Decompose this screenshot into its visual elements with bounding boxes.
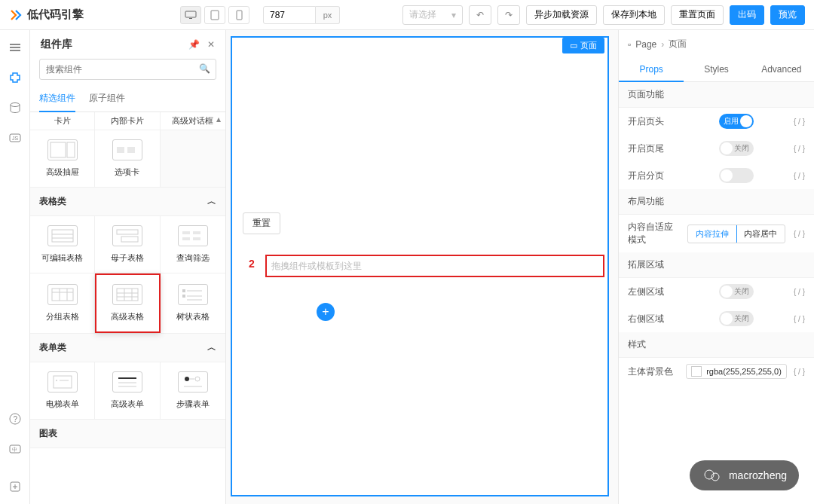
svg-rect-42 xyxy=(54,376,72,388)
switch-header[interactable]: 启用 xyxy=(719,114,754,129)
export-code-button[interactable]: 出码 xyxy=(730,5,764,25)
cfg-link[interactable]: { / } xyxy=(794,172,805,180)
section-page: 页面功能 xyxy=(619,82,814,108)
comp-tree-table[interactable]: 树状表格 xyxy=(161,273,225,333)
bg-color-input[interactable]: rgba(255,255,255,0) xyxy=(686,364,787,379)
svg-rect-23 xyxy=(121,237,138,242)
wechat-icon xyxy=(702,468,723,483)
prop-header-label: 开启页头 xyxy=(628,115,679,128)
cfg-link[interactable]: { / } xyxy=(794,145,805,153)
switch-pagination[interactable] xyxy=(719,168,754,183)
viewport-switch xyxy=(180,6,249,24)
tab-styles[interactable]: Styles xyxy=(684,58,748,81)
save-local-button[interactable]: 保存到本地 xyxy=(603,5,665,25)
prop-bg-label: 主体背景色 xyxy=(628,365,679,378)
comp-editable-table[interactable]: 可编辑表格 xyxy=(30,216,95,273)
chevron-down-icon: ▾ xyxy=(451,10,456,20)
viewport-desktop[interactable] xyxy=(180,6,201,24)
undo-button[interactable]: ↶ xyxy=(469,5,491,25)
pin-icon[interactable]: 📌 xyxy=(188,39,200,50)
prop-pagination-label: 开启分页 xyxy=(628,170,679,182)
cfg-link[interactable]: { / } xyxy=(794,230,805,238)
comp-advanced-table[interactable]: 高级表格 xyxy=(95,273,160,333)
comp-elevator-form[interactable]: 电梯表单 xyxy=(30,362,95,419)
prop-fit-label: 内容自适应 模式 xyxy=(628,221,679,246)
comp-card[interactable]: 卡片 xyxy=(30,112,95,130)
svg-rect-3 xyxy=(237,11,242,20)
reset-page-button[interactable]: 重置页面 xyxy=(671,5,724,25)
chevron-right-icon: › xyxy=(661,39,664,50)
comp-step-form[interactable]: 步骤表单 xyxy=(161,362,225,419)
page-tag[interactable]: ▭页面 xyxy=(562,38,604,53)
comp-adv-dialog[interactable]: 高级对话框▴ xyxy=(161,112,225,130)
cfg-link[interactable]: { / } xyxy=(794,118,805,126)
comp-parent-child-table[interactable]: 母子表格 xyxy=(95,216,160,273)
add-button[interactable]: + xyxy=(317,303,335,321)
svg-rect-5 xyxy=(10,47,20,48)
rail-export-icon[interactable] xyxy=(8,480,22,493)
crumb-icon: ▫ xyxy=(628,39,631,50)
watermark-text: macrozheng xyxy=(729,469,787,481)
watermark: macrozheng xyxy=(690,460,799,490)
viewport-tablet[interactable] xyxy=(204,6,225,24)
crumb-current[interactable]: 页面 xyxy=(669,38,687,50)
svg-rect-25 xyxy=(193,231,200,234)
cat-image[interactable]: 图表 xyxy=(30,420,225,448)
async-load-button[interactable]: 异步加载资源 xyxy=(526,5,597,25)
close-icon[interactable]: ✕ xyxy=(207,39,215,50)
rail-data-icon[interactable] xyxy=(8,101,22,115)
component-list: 卡片 内部卡片 高级对话框▴ 高级抽屉 选项卡 表格类︿ 可编辑表格 母子表格 … xyxy=(30,112,225,504)
switch-right-area[interactable]: 关闭 xyxy=(719,311,754,326)
comp-query-filter[interactable]: 查询筛选 xyxy=(161,216,225,273)
component-search: 🔍 xyxy=(39,59,216,80)
section-expand: 拓展区域 xyxy=(619,252,814,278)
rail-help-icon[interactable]: ? xyxy=(8,412,22,426)
logo-icon xyxy=(9,8,23,22)
width-field[interactable] xyxy=(263,6,316,24)
page-icon: ▭ xyxy=(570,41,577,50)
cfg-link[interactable]: { / } xyxy=(794,368,805,376)
top-select[interactable]: 请选择 ▾ xyxy=(402,5,463,25)
tab-advanced[interactable]: Advanced xyxy=(749,58,814,81)
switch-left-area[interactable]: 关闭 xyxy=(719,284,754,299)
rail-lang-icon[interactable]: 中 xyxy=(8,442,22,456)
search-input[interactable] xyxy=(39,59,216,80)
tab-featured[interactable]: 精选组件 xyxy=(39,86,75,112)
svg-rect-19 xyxy=(52,230,73,242)
rail-js-icon[interactable]: JS xyxy=(8,131,22,145)
color-swatch xyxy=(691,366,702,377)
cat-form[interactable]: 表单类︿ xyxy=(30,334,225,362)
svg-rect-26 xyxy=(182,237,190,240)
svg-rect-6 xyxy=(10,50,20,51)
redo-button[interactable]: ↷ xyxy=(497,5,520,25)
reset-chip[interactable]: 重置 xyxy=(243,212,280,234)
panel-title: 组件库 xyxy=(41,38,72,51)
comp-group-table[interactable]: 1分组表格 xyxy=(30,273,95,333)
inspector-panel: ▫ Page › 页面 Props Styles Advanced 页面功能 开… xyxy=(618,30,814,504)
rail-outline-icon[interactable] xyxy=(8,41,22,54)
preview-button[interactable]: 预览 xyxy=(770,5,805,25)
switch-footer[interactable]: 关闭 xyxy=(719,141,754,156)
inspector-tabs: Props Styles Advanced xyxy=(619,58,814,82)
tab-atomic[interactable]: 原子组件 xyxy=(89,86,125,111)
rail-components-icon[interactable] xyxy=(8,71,22,84)
comp-inner-card[interactable]: 内部卡片 xyxy=(95,112,160,130)
svg-rect-18 xyxy=(127,147,135,153)
comp-advanced-form[interactable]: 高级表单 xyxy=(95,362,160,419)
left-rail: JS ? 中 xyxy=(0,30,30,504)
comp-drawer[interactable]: 高级抽屉 xyxy=(30,130,95,187)
svg-rect-22 xyxy=(117,230,138,234)
viewport-mobile[interactable] xyxy=(228,6,249,24)
seg-stretch[interactable]: 内容拉伸 xyxy=(687,225,737,243)
breadcrumb: ▫ Page › 页面 xyxy=(619,30,814,58)
drop-zone[interactable]: 拖拽组件或模板到这里 xyxy=(265,255,604,277)
seg-center[interactable]: 内容居中 xyxy=(736,225,785,243)
width-unit: px xyxy=(316,6,340,24)
crumb-root[interactable]: Page xyxy=(635,39,656,50)
comp-tabs[interactable]: 选项卡 xyxy=(95,130,160,187)
svg-rect-15 xyxy=(50,142,66,157)
cfg-link[interactable]: { / } xyxy=(794,315,805,323)
tab-props[interactable]: Props xyxy=(619,58,684,82)
cfg-link[interactable]: { / } xyxy=(794,288,805,296)
cat-table[interactable]: 表格类︿ xyxy=(30,188,225,216)
